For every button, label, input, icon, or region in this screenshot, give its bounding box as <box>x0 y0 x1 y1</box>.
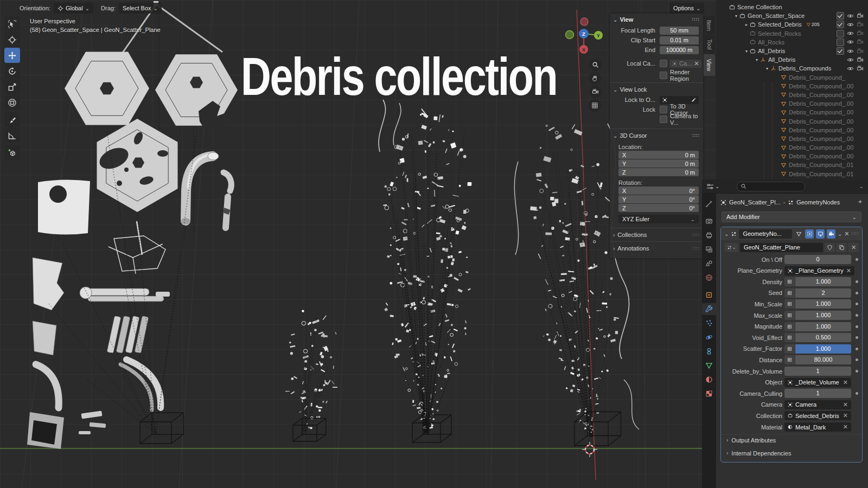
outliner-row[interactable]: Debris_Coumpound_.00 <box>716 117 868 125</box>
input-attribute-toggle[interactable] <box>784 344 795 354</box>
property-value-field[interactable]: 1.000 <box>795 311 851 320</box>
property-value-field[interactable]: 2 <box>795 288 851 298</box>
properties-tab-data[interactable] <box>702 359 716 371</box>
outliner-row[interactable]: Debris_Coumpound_.00 <box>716 152 868 160</box>
property-value-field[interactable]: 1.000 <box>795 344 851 354</box>
clear-pointer-button[interactable]: ✕ <box>843 379 848 386</box>
eye-icon[interactable] <box>847 65 854 72</box>
rotation-mode-dropdown[interactable]: XYZ Euler⌄ <box>618 215 699 223</box>
tool-rotate-button[interactable] <box>4 63 20 79</box>
properties-tab-world[interactable] <box>702 272 716 284</box>
properties-search-input[interactable] <box>749 183 789 190</box>
outliner-item-label[interactable]: Debris_Coumpound_.01 <box>789 162 853 168</box>
outliner-item-label[interactable]: All_Rocks <box>758 39 784 46</box>
camera-restrict-icon[interactable] <box>857 56 864 63</box>
outliner-item-label[interactable]: Debris_Coumpound_.00 <box>789 100 853 107</box>
outliner-row[interactable]: ▸Selected_Debris205 <box>716 20 868 29</box>
cursor-rotation-z-field[interactable]: Z0° <box>618 204 699 212</box>
input-attribute-toggle[interactable] <box>784 277 795 286</box>
n-panel-tab-tool[interactable]: Tool <box>704 35 715 54</box>
animate-property-dot[interactable] <box>853 280 860 283</box>
properties-tab-physics[interactable] <box>702 331 716 343</box>
property-value-field[interactable]: 1.000 <box>795 277 851 286</box>
outliner-row[interactable]: Debris_Coumpound_.01 <box>716 160 868 169</box>
tool-annotate-button[interactable] <box>4 112 20 127</box>
output-attributes-section[interactable]: ›Output Attributes <box>721 434 862 446</box>
copy-node-group-button[interactable] <box>837 243 847 252</box>
clear-pointer-button[interactable]: ✕ <box>843 423 848 431</box>
n-panel-tab-view[interactable]: View <box>704 54 715 76</box>
input-attribute-toggle[interactable] <box>784 299 795 309</box>
annotations-section-header[interactable]: ›Annotations ∷∷ <box>610 241 703 255</box>
outliner-row[interactable]: Debris_Coumpound_.00 <box>716 143 868 152</box>
outliner-item-label[interactable]: Geon_Scatter_Space <box>748 12 805 19</box>
modifier-panel-header[interactable]: ⌄ GeometryNo... ⌄ ✕ ∷∷ <box>721 227 862 240</box>
animate-property-dot[interactable] <box>853 314 860 317</box>
drag-grip-icon[interactable]: ∷∷ <box>693 246 700 251</box>
disclosure-down-icon[interactable]: ▾ <box>743 49 750 54</box>
properties-tab-object[interactable] <box>702 289 716 301</box>
disclosure-down-icon[interactable]: ▾ <box>754 57 760 62</box>
outliner-item-label[interactable]: Debris_Coumpound_.00 <box>789 118 853 125</box>
input-attribute-toggle[interactable] <box>784 311 795 320</box>
add-modifier-button[interactable]: Add Modifier⌄ <box>722 211 861 222</box>
collection-pointer-field[interactable]: Selected_Debris✕ <box>784 411 851 420</box>
object-pointer-field[interactable]: Camera✕ <box>784 400 851 409</box>
properties-tab-output[interactable] <box>702 229 716 241</box>
properties-tab-constraints[interactable] <box>702 345 716 357</box>
drag-grip-icon[interactable]: ∷∷ <box>693 133 700 138</box>
tool-select-box-button[interactable] <box>4 16 20 31</box>
clip-start-field[interactable]: 0.01 m <box>660 36 699 44</box>
animate-property-dot[interactable] <box>853 348 860 350</box>
properties-tab-texture[interactable] <box>702 388 716 400</box>
drag-grip-icon[interactable]: ∷∷ <box>692 17 700 22</box>
zoom-button[interactable] <box>589 59 602 71</box>
outliner-row[interactable]: Debris_Coumpound_.00 <box>716 99 868 108</box>
local-camera-field[interactable]: Ca... ✕ <box>669 60 701 68</box>
outliner-item-label[interactable]: Debris_Coumpound_.00 <box>789 144 853 151</box>
camera-restrict-icon[interactable] <box>857 30 864 37</box>
animate-property-dot[interactable] <box>853 325 860 328</box>
tool-measure-button[interactable] <box>4 128 20 143</box>
cursor-rotation-x-field[interactable]: X0° <box>618 187 699 195</box>
object-pointer-field[interactable]: _Plane_Geometry✕ <box>784 266 854 275</box>
outliner-row[interactable]: Debris_Coumpound_.00 <box>716 82 868 91</box>
property-value-field[interactable]: 1 <box>784 389 851 398</box>
eye-icon[interactable] <box>847 30 854 37</box>
disclosure-down-icon[interactable]: ▾ <box>764 66 770 71</box>
camera-view-button[interactable] <box>589 86 602 98</box>
eye-icon[interactable] <box>847 48 854 55</box>
modifier-extras-dropdown[interactable]: ⌄ <box>838 231 842 237</box>
node-group-name-field[interactable]: GeoN_Scatter_Plane <box>740 243 823 252</box>
show-edit-mode-vertex-icon[interactable] <box>794 229 803 239</box>
tool-add-cube-button[interactable] <box>4 145 20 160</box>
drag-grip-icon[interactable]: ∷∷ <box>693 232 700 237</box>
local-camera-checkbox[interactable] <box>660 60 667 67</box>
clear-pointer-button[interactable]: ✕ <box>843 412 848 419</box>
outliner-row[interactable]: All_Rocks <box>716 38 868 47</box>
property-value-field[interactable]: 80.000 <box>795 355 851 364</box>
exclude-checkbox[interactable] <box>837 12 844 20</box>
eye-icon[interactable] <box>847 38 854 46</box>
outliner-item-label[interactable]: Debris_Coumpound_.00 <box>789 153 853 159</box>
outliner-item-label[interactable]: Selected_Rocks <box>758 30 801 37</box>
outliner-item-label[interactable]: Debris_Coumpound_.00 <box>789 92 853 98</box>
clear-pointer-button[interactable]: ✕ <box>846 267 851 274</box>
outliner-row[interactable]: ▾Geon_Scatter_Space <box>716 11 868 20</box>
pin-icon[interactable] <box>857 200 863 206</box>
camera-restrict-icon[interactable] <box>857 65 864 72</box>
animate-property-dot[interactable] <box>853 370 860 373</box>
breadcrumb-object[interactable]: GeoN_Scatter_Pl... <box>729 199 781 206</box>
outliner-item-label[interactable]: Debris_Coumpound_ <box>789 74 845 81</box>
outliner-row[interactable]: Selected_Rocks <box>716 29 868 38</box>
cursor-rotation-y-field[interactable]: Y0° <box>618 195 699 203</box>
focal-length-field[interactable]: 50 mm <box>660 27 699 35</box>
camera-restrict-icon[interactable] <box>857 48 864 55</box>
outliner-row[interactable]: ▾All_Debris <box>716 47 868 55</box>
navigation-gizmo[interactable]: Z Y X <box>558 12 607 110</box>
perspective-toggle-button[interactable] <box>589 99 601 112</box>
cursor-location-z-field[interactable]: Z0 m <box>618 168 699 176</box>
display-in-editmode-toggle[interactable] <box>805 229 814 239</box>
eyedropper-icon[interactable] <box>691 98 696 102</box>
camera-restrict-icon[interactable] <box>857 38 864 46</box>
